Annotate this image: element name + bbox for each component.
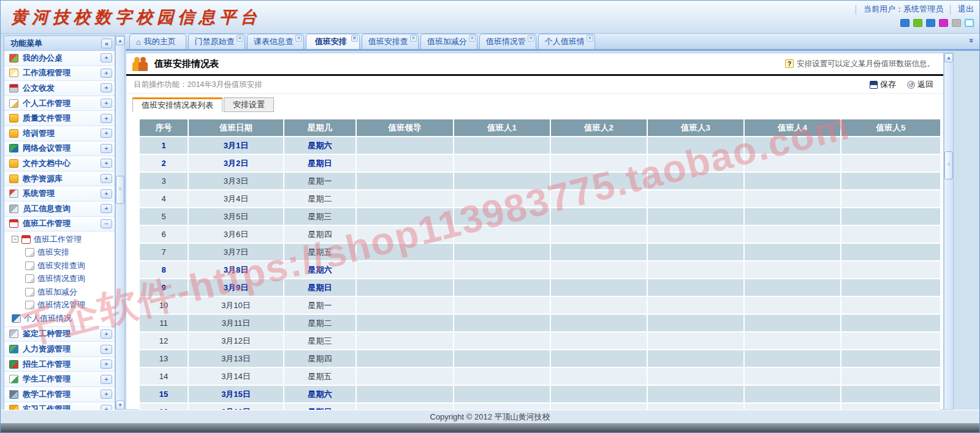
tab-close-icon[interactable]: × [410, 35, 417, 42]
tab-个人值班情[interactable]: 个人值班情× [538, 34, 595, 49]
table-cell [454, 367, 550, 385]
sidebar-item-文件文档中心[interactable]: 文件文档中心+ [4, 156, 115, 171]
tab-close-icon[interactable]: × [351, 35, 358, 42]
expand-button[interactable]: + [101, 144, 112, 153]
title-row: 值班安排情况表 ? 安排设置可以定义某月份值班数据信息。 [126, 53, 943, 76]
tab-课表信息查[interactable]: 课表信息查× [247, 34, 304, 49]
tree-leaf-值班情况查询[interactable]: 值班情况查询 [8, 273, 115, 286]
tree-node-值班工作管理[interactable]: −值班工作管理 [8, 233, 115, 246]
scroll-up-icon[interactable]: ▲ [116, 36, 124, 45]
main-scrollbar-thumb[interactable]: ≡ [944, 151, 953, 179]
logout-link[interactable]: 退出 [958, 4, 974, 15]
sidebar-item-鉴定工种管理[interactable]: 鉴定工种管理+ [4, 327, 115, 342]
scroll-down-icon[interactable]: ▼ [116, 401, 124, 410]
expand-button[interactable]: + [101, 69, 112, 78]
sidebar-item-教学资源库[interactable]: 教学资源库+ [4, 171, 115, 187]
table-row[interactable]: 133月13日星期四 [139, 350, 940, 367]
expand-button[interactable]: + [101, 53, 112, 62]
subtab-值班安排情况表列表[interactable]: 值班安排情况表列表 [132, 97, 222, 112]
tab-close-icon[interactable]: × [295, 35, 302, 42]
theme-color-swatch-selected[interactable] [965, 19, 974, 27]
tab-值班安排[interactable]: 值班安排× [306, 34, 360, 49]
calendar-icon [21, 235, 31, 244]
sidebar-item-人力资源管理[interactable]: 人力资源管理+ [4, 342, 115, 357]
table-cell [647, 243, 744, 261]
tab-门禁原始查[interactable]: 门禁原始查× [188, 34, 245, 49]
theme-color-swatch[interactable] [926, 19, 935, 27]
tab-close-icon[interactable]: × [469, 35, 476, 42]
theme-color-swatch[interactable] [900, 19, 910, 27]
expand-button[interactable]: − [101, 219, 112, 228]
sidebar-item-系统管理[interactable]: 系统管理+ [4, 186, 115, 201]
expand-button[interactable]: + [101, 189, 112, 198]
table-row[interactable]: 53月5日星期三 [139, 208, 940, 225]
tree-leaf-值班安排查询[interactable]: 值班安排查询 [8, 259, 115, 273]
table-cell [356, 225, 454, 243]
tab-值班安排查[interactable]: 值班安排查× [362, 34, 419, 49]
tab-值班情况管[interactable]: 值班情况管× [479, 34, 536, 49]
tab-close-icon[interactable]: × [237, 35, 243, 42]
sidebar-item-实习工作管理[interactable]: 实习工作管理+ [4, 402, 115, 410]
back-button[interactable]: ↺ 返回 [907, 79, 933, 90]
table-row[interactable]: 63月6日星期四 [139, 225, 940, 243]
table-row[interactable]: 93月9日星期日 [139, 279, 940, 296]
theme-color-swatch[interactable] [913, 19, 922, 27]
expand-button[interactable]: + [101, 99, 112, 108]
table-cell [647, 332, 744, 350]
tree-leaf-值班安排[interactable]: 值班安排 [8, 246, 115, 260]
sidebar-item-质量文件管理[interactable]: 质量文件管理+ [4, 111, 115, 126]
tab-close-icon[interactable]: × [587, 35, 593, 42]
tree-node-个人值班情况[interactable]: 个人值班情况 [8, 312, 115, 325]
expand-button[interactable]: + [101, 114, 112, 123]
table-row[interactable]: 83月8日星期六 [139, 261, 940, 279]
expand-button[interactable]: + [101, 329, 112, 339]
table-row[interactable]: 123月12日星期三 [139, 332, 940, 350]
theme-color-swatch[interactable] [939, 19, 948, 27]
expand-button[interactable]: + [101, 204, 112, 213]
theme-color-swatch[interactable] [952, 19, 961, 27]
tab-我的主页[interactable]: ⌂我的主页 [129, 34, 186, 49]
sidebar-item-值班工作管理[interactable]: 值班工作管理− [4, 217, 115, 232]
expand-button[interactable]: + [101, 360, 112, 369]
sidebar-item-公文收发[interactable]: 公文收发+ [4, 81, 115, 96]
table-cell [744, 296, 841, 314]
tab-close-icon[interactable]: × [528, 35, 534, 42]
table-row[interactable]: 13月1日星期六 [139, 137, 940, 154]
sidebar-collapse-icon[interactable]: « [101, 39, 112, 48]
sidebar-scrollbar[interactable]: ▲ ≡ ▼ [115, 36, 125, 410]
sidebar-item-员工信息查询[interactable]: 员工信息查询+ [4, 201, 115, 217]
tree-collapse-icon[interactable]: − [12, 236, 18, 243]
table-row[interactable]: 43月4日星期二 [139, 190, 940, 208]
table-row[interactable]: 103月10日星期一 [139, 296, 940, 314]
tab-值班加减分[interactable]: 值班加减分× [420, 34, 477, 49]
sidebar-item-网络会议管理[interactable]: 网络会议管理+ [4, 141, 115, 157]
tree-leaf-值班加减分[interactable]: 值班加减分 [8, 285, 115, 299]
save-button[interactable]: 保存 [870, 79, 896, 90]
expand-button[interactable]: + [101, 174, 112, 183]
table-row[interactable]: 33月3日星期一 [139, 172, 940, 190]
table-row[interactable]: 73月7日星期五 [139, 243, 940, 261]
sidebar-item-招生工作管理[interactable]: 招生工作管理+ [4, 357, 115, 372]
expand-button[interactable]: + [101, 375, 112, 384]
expand-button[interactable]: + [101, 129, 112, 138]
main-scrollbar[interactable]: ▲ ≡ [944, 53, 954, 410]
sidebar-item-工作流程管理[interactable]: 工作流程管理+ [4, 66, 115, 81]
expand-button[interactable]: + [101, 83, 112, 92]
subtab-安排设置[interactable]: 安排设置 [224, 97, 274, 112]
sidebar-item-培训管理[interactable]: 培训管理+ [4, 126, 115, 141]
sidebar-scrollbar-thumb[interactable]: ≡ [116, 176, 124, 204]
sidebar-item-个人工作管理[interactable]: 个人工作管理+ [4, 96, 115, 111]
table-row[interactable]: 143月14日星期五 [139, 367, 940, 385]
scroll-up-icon[interactable]: ▲ [944, 53, 953, 62]
table-row[interactable]: 153月15日星期六 [139, 385, 940, 403]
sidebar-item-学生工作管理[interactable]: 学生工作管理+ [4, 372, 115, 387]
expand-button[interactable]: + [101, 159, 112, 168]
expand-button[interactable]: + [101, 390, 112, 399]
expand-button[interactable]: + [101, 345, 112, 354]
tab-overflow-chevron-icon[interactable]: » [967, 36, 976, 45]
table-row[interactable]: 113月11日星期二 [139, 314, 940, 332]
table-row[interactable]: 23月2日星期日 [139, 154, 940, 172]
sidebar-item-教学工作管理[interactable]: 教学工作管理+ [4, 387, 115, 402]
tree-leaf-值班情况管理[interactable]: 值班情况管理 [8, 299, 115, 312]
sidebar-item-我的办公桌[interactable]: 我的办公桌+ [4, 51, 115, 66]
